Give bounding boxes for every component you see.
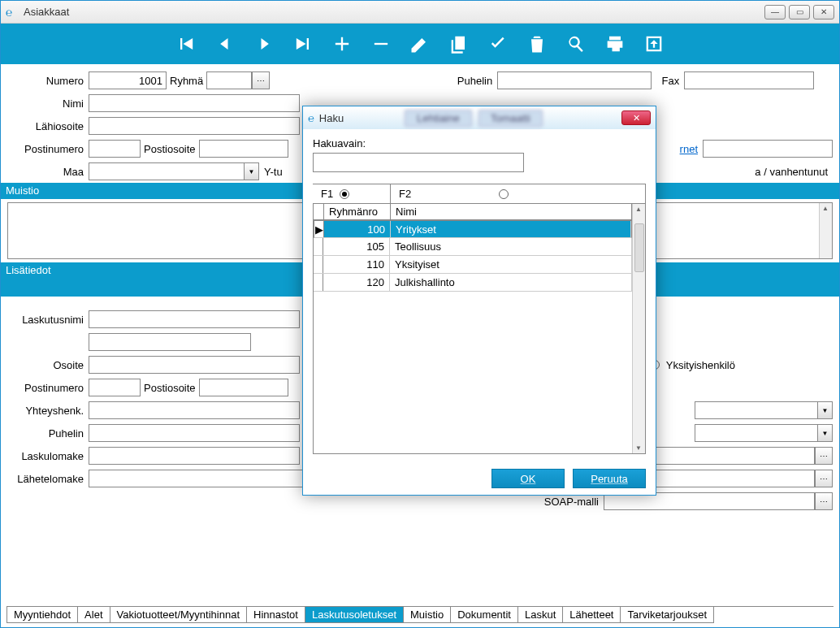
search-dialog: ℮ Haku Lehtiaine Tomaatti ✕ Hakuavain: F… [302,106,656,496]
cancel-button[interactable]: Peruuta [573,469,646,488]
grid-header: Ryhmänro Nimi [314,204,632,220]
col-nimi[interactable]: Nimi [391,204,632,219]
result-grid: Ryhmänro Nimi ▶100Yritykset105Teollisuus… [313,203,646,454]
col-ryhmanro[interactable]: Ryhmänro [324,204,391,219]
dialog-close-button[interactable]: ✕ [621,110,651,125]
grid-scrollbar[interactable] [632,204,645,453]
dialog-title-bar: ℮ Haku Lehtiaine Tomaatti ✕ [303,106,656,129]
grid-row[interactable]: 120Julkishallinto [314,274,632,292]
f1-label: F1 [321,188,333,200]
hakuavain-label: Hakuavain: [313,137,646,149]
ok-button[interactable]: OK [491,469,565,488]
grid-row[interactable]: ▶100Yritykset [314,220,632,238]
f2-label: F2 [399,188,411,200]
grid-row[interactable]: 105Teollisuus [314,238,632,256]
f1-radio[interactable] [340,189,349,199]
f2-radio[interactable] [499,189,509,199]
blurred-tab-2: Tomaatti [478,110,543,127]
grid-row[interactable]: 110Yksityiset [314,256,632,274]
blurred-tab-1: Lehtiaine [405,110,472,127]
dialog-title: Haku [319,112,398,124]
hakuavain-input[interactable] [313,153,524,172]
radio-row: F1 F2 [313,184,646,203]
modal-overlay: ℮ Haku Lehtiaine Tomaatti ✕ Hakuavain: F… [0,0,840,628]
dialog-icon: ℮ [308,112,314,124]
